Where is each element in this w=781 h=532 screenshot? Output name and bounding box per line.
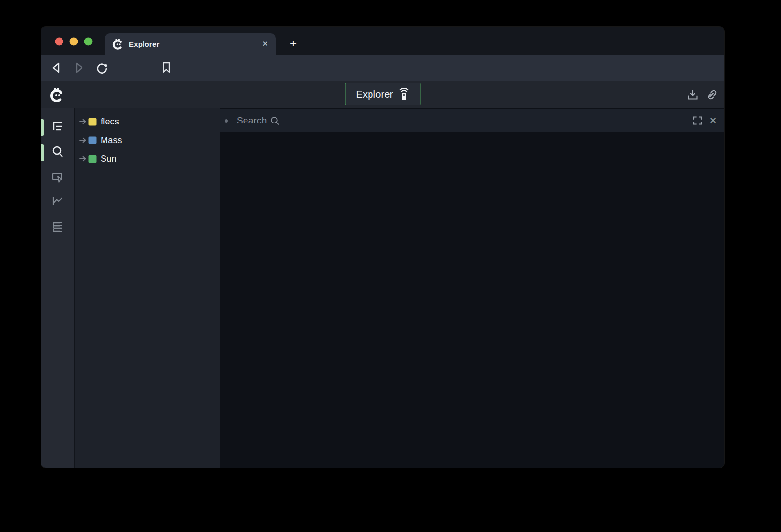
search-panel-title-group[interactable]: Search [237,115,280,126]
browser-window: Explorer ✕ + flecs.dev/explorer/ [41,27,724,468]
traffic-lights [55,37,108,46]
browser-tab[interactable]: Explorer ✕ [105,33,276,55]
status-dot [225,119,228,123]
entity-color-swatch [88,136,97,144]
browser-toolbar: flecs.dev/explorer/ [41,55,724,81]
entity-color-swatch [88,155,97,163]
tree-item-flecs[interactable]: flecs [75,112,220,131]
app-title: Explorer [356,89,393,100]
app-header: Explorer [41,81,724,108]
table-view-icon[interactable] [51,221,64,233]
tree-item-mass[interactable]: Mass [75,131,220,149]
app-header-actions [687,81,717,108]
tree-view-icon[interactable] [51,120,64,133]
new-tab-button[interactable]: + [287,37,300,51]
search-view-icon[interactable] [51,145,64,158]
tree-item-label: Mass [101,135,122,145]
entity-color-swatch [88,118,97,126]
app-content: flecs Mass Sun [41,108,724,468]
tab-title: Explorer [129,40,159,48]
flecs-favicon-icon [111,38,124,50]
search-panel-header: Search ✕ [220,109,724,132]
main-panel: Search ✕ [220,108,724,468]
active-indicator-search [41,144,44,161]
zoom-window-button[interactable] [84,38,93,46]
reload-button[interactable] [96,61,108,74]
back-button[interactable] [50,61,62,74]
minimize-window-button[interactable] [70,38,78,46]
download-icon[interactable] [687,89,698,100]
tree-item-label: flecs [101,117,119,127]
tree-item-label: Sun [101,154,117,164]
tree-item-sun[interactable]: Sun [75,149,220,168]
forward-button[interactable] [73,61,85,74]
active-indicator-tree [41,119,44,136]
chart-view-icon[interactable] [51,195,64,207]
flecs-logo-icon [48,86,65,103]
close-window-button[interactable] [55,38,63,46]
copy-link-icon[interactable] [705,89,717,100]
search-icon [270,116,280,125]
app-title-button[interactable]: Explorer [345,83,421,105]
close-panel-icon[interactable]: ✕ [709,116,717,125]
expand-arrow-icon[interactable] [79,155,87,162]
search-panel-actions: ✕ [693,116,717,125]
tab-bar: Explorer ✕ + [41,27,724,55]
remote-connection-icon [399,88,410,101]
tree-panel: flecs Mass Sun [74,108,220,468]
tab-close-icon[interactable]: ✕ [262,40,268,48]
expand-arrow-icon[interactable] [79,118,87,125]
search-panel-title: Search [237,115,267,126]
bookmark-icon[interactable] [160,61,173,74]
icon-rail [41,108,74,468]
inspect-view-icon[interactable] [51,171,64,184]
fullscreen-icon[interactable] [693,116,702,125]
expand-arrow-icon[interactable] [79,137,87,143]
